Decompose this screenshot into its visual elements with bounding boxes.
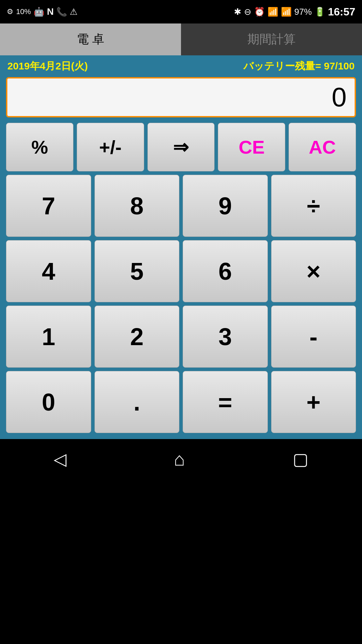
tab-calculator[interactable]: 電 卓 <box>0 23 181 55</box>
phone-icon: 📞 <box>56 7 67 17</box>
button-0[interactable]: 0 <box>6 371 91 433</box>
warning-icon: ⚠ <box>70 7 77 17</box>
plus-minus-button[interactable]: +/- <box>77 123 144 171</box>
network-icon: N <box>47 6 54 17</box>
top-button-row: % +/- ⇒ CE AC <box>6 123 356 171</box>
android-icon: 🤖 <box>34 7 44 17</box>
percent-button[interactable]: % <box>6 123 73 171</box>
battery-value: 97% <box>294 7 312 17</box>
recent-button[interactable]: ▢ <box>293 449 308 469</box>
button-grid: 7 8 9 ÷ 4 5 6 × 1 2 3 <box>6 175 356 433</box>
battery-icon: 🔋 <box>314 7 325 17</box>
signal-icon: 📶 <box>281 7 292 17</box>
info-bar: 2019年4月2日(火) バッテリー残量= 97/100 <box>6 55 356 77</box>
backspace-button[interactable]: ⇒ <box>147 123 215 171</box>
wifi-icon: 📶 <box>267 7 278 17</box>
back-button[interactable]: ◁ <box>54 449 66 469</box>
bluetooth-icon: ✱ <box>234 7 241 17</box>
ce-button[interactable]: CE <box>218 123 285 171</box>
button-3[interactable]: 3 <box>183 306 268 368</box>
button-6[interactable]: 6 <box>183 240 268 302</box>
tab-period[interactable]: 期間計算 <box>181 23 362 55</box>
button-1[interactable]: 1 <box>6 306 91 368</box>
button-7[interactable]: 7 <box>6 175 91 237</box>
display-value: 0 <box>332 82 347 113</box>
status-right: ✱ ⊖ ⏰ 📶 📶 97% 🔋 16:57 <box>234 6 355 18</box>
button-dot[interactable]: . <box>95 371 180 433</box>
button-4[interactable]: 4 <box>6 240 91 302</box>
status-bar: ⚙ 10% 🤖 N 📞 ⚠ ✱ ⊖ ⏰ 📶 📶 97% 🔋 16:57 <box>0 0 362 23</box>
home-button[interactable]: ⌂ <box>174 448 185 470</box>
button-plus[interactable]: + <box>271 371 356 433</box>
button-9[interactable]: 9 <box>183 175 268 237</box>
status-left: ⚙ 10% 🤖 N 📞 ⚠ <box>7 6 77 17</box>
tab-bar: 電 卓 期間計算 <box>0 23 362 55</box>
brightness-value: 10% <box>16 7 31 16</box>
minus-circle-icon: ⊖ <box>244 7 251 17</box>
display-wrapper: 0 <box>6 77 356 117</box>
nav-bar: ◁ ⌂ ▢ <box>0 439 362 479</box>
button-divide[interactable]: ÷ <box>271 175 356 237</box>
brightness-icon: ⚙ <box>7 7 13 16</box>
time-display: 16:57 <box>328 6 355 18</box>
date-display: 2019年4月2日(火) <box>7 59 88 73</box>
button-5[interactable]: 5 <box>95 240 180 302</box>
alarm-icon: ⏰ <box>254 7 265 17</box>
calculator-body: 2019年4月2日(火) バッテリー残量= 97/100 0 % +/- ⇒ C… <box>0 55 362 439</box>
button-multiply[interactable]: × <box>271 240 356 302</box>
button-minus[interactable]: - <box>271 306 356 368</box>
battery-info: バッテリー残量= 97/100 <box>243 59 355 73</box>
ac-button[interactable]: AC <box>289 123 356 171</box>
button-2[interactable]: 2 <box>95 306 180 368</box>
button-8[interactable]: 8 <box>95 175 180 237</box>
button-equals[interactable]: = <box>183 371 268 433</box>
